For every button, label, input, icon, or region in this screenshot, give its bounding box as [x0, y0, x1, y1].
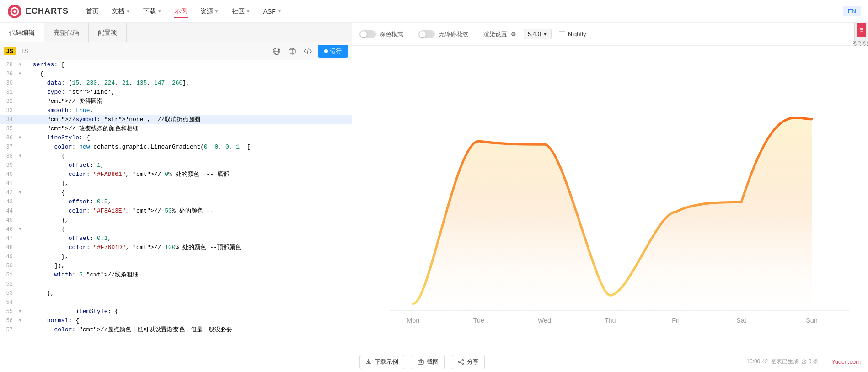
fold-arrow[interactable]: ▼ [16, 152, 24, 161]
share-button[interactable]: 分享 [452, 355, 485, 369]
nav-asf[interactable]: ASF ▼ [263, 6, 283, 17]
code-header-icons: 运行 [271, 45, 348, 58]
line-number: 49 [0, 252, 16, 261]
lang-en-button[interactable]: EN [843, 6, 861, 16]
accessible-toggle[interactable]: 无障碍花纹 [418, 30, 468, 38]
download-example-button[interactable]: 下载示例 [359, 355, 404, 369]
nightly-checkbox-group[interactable]: Nightly [559, 31, 586, 37]
line-number: 29 [0, 69, 16, 79]
line-number: 28 [0, 60, 16, 69]
code-line-47[interactable]: 47 offset: 0.1, [0, 234, 352, 243]
code-line-39[interactable]: 39 offset: 1, [0, 161, 352, 170]
line-code: { [24, 225, 352, 234]
svg-point-2 [13, 10, 16, 13]
line-number: 30 [0, 79, 16, 88]
code-line-34[interactable]: 34 "cmt">//symbol: "str">'none', //取消折点圆… [0, 115, 352, 124]
version-selector[interactable]: 5.4.0 ▼ [524, 29, 552, 39]
nav-download[interactable]: 下载 ▼ [142, 5, 163, 17]
code-line-40[interactable]: 40 color: "#FAD861", "cmt">// 0% 处的颜色 --… [0, 170, 352, 179]
fold-arrow[interactable]: ▼ [16, 133, 24, 143]
line-code: "cmt">//symbol: "str">'none', //取消折点圆圈 [24, 115, 352, 124]
line-code: }, [24, 289, 352, 298]
fold-arrow[interactable]: ▼ [16, 60, 24, 69]
code-line-54[interactable]: 54 [0, 298, 352, 307]
code-line-53[interactable]: 53 }, [0, 289, 352, 298]
code-line-36[interactable]: 36▼ lineStyle: { [0, 133, 352, 143]
line-code: smooth: true, [24, 106, 352, 115]
code-line-35[interactable]: 35 "cmt">// 改变线条的颜色和相细 [0, 124, 352, 133]
code-header: JS TS [0, 42, 352, 60]
accessible-track[interactable] [418, 30, 435, 38]
logo-area[interactable]: ECHARTS [7, 4, 69, 19]
fold-arrow[interactable]: ▼ [16, 188, 24, 197]
nav-community[interactable]: 社区 ▼ [231, 5, 252, 17]
code-line-32[interactable]: 32 "cmt">// 变得圆滑 [0, 97, 352, 106]
code-line-51[interactable]: 51 width: 5,"cmt">//线条粗细 [0, 271, 352, 280]
code-line-29[interactable]: 29▼ { [0, 69, 352, 79]
tab-config[interactable]: 配置项 [89, 23, 127, 42]
nav-home[interactable]: 首页 [85, 5, 100, 17]
code-line-50[interactable]: 50 ]), [0, 261, 352, 271]
line-number: 54 [0, 298, 16, 307]
code-icon[interactable] [302, 46, 313, 57]
line-code: color: new echarts.graphic.LinearGradien… [24, 143, 352, 152]
code-line-33[interactable]: 33 smooth: true, [0, 106, 352, 115]
fold-arrow[interactable]: ▼ [16, 316, 24, 325]
tab-full-code[interactable]: 完整代码 [44, 23, 89, 42]
editor-tabs: 代码编辑 完整代码 配置项 [0, 23, 352, 42]
code-line-38[interactable]: 38▼ { [0, 152, 352, 161]
globe-icon[interactable] [271, 46, 282, 57]
code-line-48[interactable]: 48 color: "#F76D1D", "cmt">// 100% 处的颜色 … [0, 243, 352, 252]
nav-docs[interactable]: 文档 ▼ [111, 5, 131, 17]
share-icon [458, 359, 464, 365]
code-line-46[interactable]: 46▼ { [0, 225, 352, 234]
code-line-30[interactable]: 30 data: [15, 230, 224, 21, 135, 147, 26… [0, 79, 352, 88]
line-code: itemStyle: { [24, 307, 352, 316]
code-line-57[interactable]: 57 color: "cmt">//圆点颜色，也可以设置渐变色，但是一般没必要 [0, 325, 352, 335]
code-area[interactable]: 28▼ series: [29▼ {30 data: [15, 230, 224… [0, 60, 352, 372]
line-code [24, 280, 352, 289]
right-panel-item-1[interactable]: 30. [857, 23, 866, 37]
svg-line-8 [307, 48, 308, 54]
nav-resources[interactable]: 资源 ▼ [199, 5, 220, 17]
svg-text:Tue: Tue [473, 317, 484, 324]
code-line-41[interactable]: 41 }, [0, 179, 352, 188]
code-line-56[interactable]: 56▼ normal: { [0, 316, 352, 325]
dark-mode-toggle[interactable]: 深色模式 [359, 30, 403, 38]
code-line-52[interactable]: 52 [0, 280, 352, 289]
line-number: 32 [0, 97, 16, 106]
line-code: width: 5,"cmt">//线条粗细 [24, 271, 352, 280]
nightly-checkbox[interactable] [559, 31, 565, 37]
lang-switcher[interactable]: EN [843, 6, 861, 16]
code-line-49[interactable]: 49 }, [0, 252, 352, 261]
cube-icon[interactable] [287, 46, 298, 57]
nav-examples[interactable]: 示例 [174, 5, 188, 18]
run-button[interactable]: 运行 [318, 45, 348, 58]
code-line-31[interactable]: 31 type: "str">'line', [0, 88, 352, 97]
fold-arrow[interactable]: ▼ [16, 307, 24, 316]
fold-arrow[interactable]: ▼ [16, 69, 24, 79]
screenshot-button[interactable]: 截图 [412, 355, 445, 369]
ts-lang-tag[interactable]: TS [18, 47, 31, 55]
code-line-43[interactable]: 43 offset: 0.5, [0, 197, 352, 207]
tab-code-edit[interactable]: 代码编辑 [0, 23, 44, 42]
code-line-28[interactable]: 28▼ series: [ [0, 60, 352, 69]
code-line-45[interactable]: 45 }, [0, 216, 352, 225]
js-lang-tag[interactable]: JS [4, 47, 16, 55]
preview-bottom-bar: 下载示例 截图 分享 16:00:42 [352, 351, 868, 372]
line-code: normal: { [24, 316, 352, 325]
line-code [24, 298, 352, 307]
line-number: 36 [0, 133, 16, 143]
dark-mode-track[interactable] [359, 30, 376, 38]
nav-resources-arrow: ▼ [214, 9, 219, 14]
code-line-37[interactable]: 37 color: new echarts.graphic.LinearGrad… [0, 143, 352, 152]
code-line-55[interactable]: 55▼ itemStyle: { [0, 307, 352, 316]
render-time: 16:00:42 图表已生成: 含 0 条 [746, 358, 818, 366]
main-layout: 代码编辑 完整代码 配置项 JS TS [0, 23, 868, 372]
render-setting[interactable]: 渲染设置 ⚙ [483, 30, 516, 38]
code-line-44[interactable]: 44 color: "#F8A13E", "cmt">// 50% 处的颜色 -… [0, 207, 352, 216]
fold-arrow[interactable]: ▼ [16, 225, 24, 234]
line-code: "cmt">// 变得圆滑 [24, 97, 352, 106]
code-line-42[interactable]: 42▼ { [0, 188, 352, 197]
line-code: offset: 0.5, [24, 197, 352, 207]
